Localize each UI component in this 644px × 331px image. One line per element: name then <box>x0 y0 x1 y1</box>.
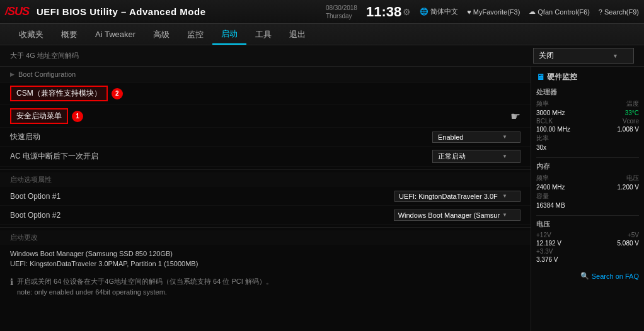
boot-config-label: Boot Configuration <box>18 70 76 78</box>
ac-power-dropdown[interactable]: 正常启动 <box>432 150 520 163</box>
v5-label: +5V <box>628 232 639 238</box>
secure-boot-badge: 1 <box>72 111 83 122</box>
datetime: 08/30/2018Thursday <box>326 4 357 20</box>
mem-voltage-value: 1.200 V <box>618 184 639 191</box>
memory-title: 内存 <box>536 162 639 171</box>
navbar: 收藏夹 概要 Ai Tweaker 高级 监控 启动 工具 退出 <box>0 24 644 45</box>
csm-badge: 2 <box>112 88 123 99</box>
mem-cap-val-row: 16384 MB <box>536 202 639 209</box>
cpu-vcore-value: 1.008 V <box>618 126 639 133</box>
fan-icon: ☁ <box>529 8 536 16</box>
cpu-freq-row: 频率 温度 <box>536 99 639 108</box>
boot-option-2-label: Boot Option #2 <box>10 211 394 220</box>
search-faq-button[interactable]: 🔍 Search on FAQ <box>536 272 639 280</box>
voltage-title: 电压 <box>536 220 639 229</box>
nav-overview[interactable]: 概要 <box>52 24 86 45</box>
cpu-temp-value: 33°C <box>625 109 639 116</box>
nav-boot[interactable]: 启动 <box>212 24 246 45</box>
boot-option-1-row[interactable]: Boot Option #1 UEFI: KingtonDataTraveler… <box>0 187 531 206</box>
date-text: 08/30/2018Thursday <box>326 4 357 20</box>
hw-divider-1 <box>536 157 639 158</box>
cpu-ratio-label: 比率 <box>536 134 549 143</box>
info-row: ℹ 开启或关闭 64 位设备在大于4G地址空间的解码（仅当系统支持 64 位 P… <box>0 272 531 301</box>
search-faq-label: Search on FAQ <box>592 272 639 280</box>
v12-label: +12V <box>536 232 551 238</box>
asus-logo: /SUS <box>5 5 29 18</box>
fast-boot-value-area: Enabled <box>432 132 520 143</box>
v12-value: 12.192 V <box>536 240 561 247</box>
cpu-temp-label: 温度 <box>626 99 639 108</box>
cpu-vcore-label: Vcore <box>623 118 639 125</box>
info-line-2: note: only enabled under 64bit operating… <box>17 287 273 298</box>
ac-power-label: AC 电源中断后下一次开启 <box>10 151 432 162</box>
boot-config-header[interactable]: ▶ Boot Configuration <box>0 67 531 82</box>
boot-option-2-row[interactable]: Boot Option #2 Windows Boot Manager (Sam… <box>0 206 531 225</box>
mem-freq-value: 2400 MHz <box>536 184 565 191</box>
breadcrumb-text: 大于 4G 地址空间解码 <box>10 51 79 60</box>
cpu-bclk-value: 100.00 MHz <box>536 126 570 133</box>
csm-row[interactable]: CSM（兼容性支持模块） 2 <box>0 82 531 105</box>
cpu-freq-label: 频率 <box>536 99 549 108</box>
mem-cap-value: 16384 MB <box>536 202 565 209</box>
cpu-section: 处理器 频率 温度 3000 MHz 33°C BCLK Vcore 100.0… <box>536 87 639 151</box>
boot-update-title: 启动更改 <box>0 230 531 245</box>
boot-option-2-dropdown[interactable]: Windows Boot Manager (Samsur <box>394 210 520 221</box>
cpu-ratio-value: 30x <box>536 144 546 151</box>
divider2 <box>0 227 531 228</box>
mem-cap-row: 容量 <box>536 192 639 201</box>
nav-tools[interactable]: 工具 <box>246 24 280 45</box>
breadcrumb-dropdown[interactable]: 关闭 <box>533 48 634 64</box>
ac-power-value-area: 正常启动 <box>432 150 520 163</box>
boot-option-1-dropdown[interactable]: UEFI: KingtonDataTraveler 3.0F <box>394 191 520 202</box>
ac-power-row[interactable]: AC 电源中断后下一次开启 正常启动 <box>0 147 531 167</box>
fast-boot-label: 快速启动 <box>10 132 432 142</box>
fast-boot-row[interactable]: 快速启动 Enabled <box>0 128 531 147</box>
bios-title: UEFI BIOS Utility – Advanced Mode <box>37 6 326 17</box>
myfav-button[interactable]: ♥ MyFavorite(F3) <box>467 8 520 16</box>
ac-power-value: 正常启动 <box>438 152 466 161</box>
nav-favorites[interactable]: 收藏夹 <box>10 24 52 45</box>
search-faq-area: 🔍 Search on FAQ <box>536 269 639 280</box>
cursor-icon: ☛ <box>510 109 520 123</box>
hw-monitor-title: 🖥 硬件监控 <box>536 72 639 82</box>
fast-boot-dropdown[interactable]: Enabled <box>432 132 520 143</box>
breadcrumb-dropdown-value: 关闭 <box>539 50 554 61</box>
memory-section: 内存 频率 电压 2400 MHz 1.200 V 容量 16384 MB <box>536 162 639 209</box>
mem-freq-label: 频率 <box>536 174 549 182</box>
nav-advanced[interactable]: 高级 <box>144 24 178 45</box>
nav-ai-tweaker[interactable]: Ai Tweaker <box>86 24 144 45</box>
nav-monitor[interactable]: 监控 <box>178 24 212 45</box>
fast-boot-value: Enabled <box>438 133 463 141</box>
qfan-label: Qfan Control(F6) <box>538 8 590 16</box>
right-sidebar: 🖥 硬件监控 处理器 频率 温度 3000 MHz 33°C BCLK Vcor… <box>531 67 644 331</box>
secure-boot-row[interactable]: 安全启动菜单 1 ☛ <box>0 105 531 128</box>
update-section: Windows Boot Manager (Samsung SSD 850 12… <box>0 245 531 272</box>
secure-boot-label: 安全启动菜单 <box>10 108 68 124</box>
time-display: 11:38 ⚙ <box>366 4 411 20</box>
qfan-button[interactable]: ☁ Qfan Control(F6) <box>529 8 590 16</box>
search-faq-icon: 🔍 <box>580 272 589 280</box>
v33-row: +3.3V <box>536 248 639 255</box>
question-icon: ? <box>599 8 602 16</box>
cpu-bclk-val-row: 100.00 MHz 1.008 V <box>536 126 639 133</box>
cpu-title: 处理器 <box>536 87 639 97</box>
cpu-bclk-label: BCLK <box>536 118 553 125</box>
lang-icon: 🌐 <box>420 8 428 16</box>
time-value: 11:38 <box>366 4 401 20</box>
search-button[interactable]: ? Search(F9) <box>599 8 639 16</box>
update-item-1: Windows Boot Manager (Samsung SSD 850 12… <box>10 249 520 259</box>
arrow-icon: ▶ <box>10 71 14 77</box>
lang-button[interactable]: 🌐 简体中文 <box>420 7 458 16</box>
info-text: 开启或关闭 64 位设备在大于4G地址空间的解码（仅当系统支持 64 位 PCI… <box>17 276 273 297</box>
header: /SUS UEFI BIOS Utility – Advanced Mode 0… <box>0 0 644 24</box>
nav-exit[interactable]: 退出 <box>280 24 314 45</box>
boot-option-1-value: UEFI: KingtonDataTraveler 3.0F <box>399 193 498 200</box>
heart-icon: ♥ <box>467 8 471 16</box>
divider1 <box>0 169 531 170</box>
lang-label: 简体中文 <box>430 7 458 16</box>
mem-freq-row: 频率 电压 <box>536 174 639 182</box>
gear-icon[interactable]: ⚙ <box>403 7 411 17</box>
v33-label: +3.3V <box>536 248 553 255</box>
boot-option-1-label: Boot Option #1 <box>10 192 394 201</box>
cpu-freq-value: 3000 MHz <box>536 109 565 116</box>
